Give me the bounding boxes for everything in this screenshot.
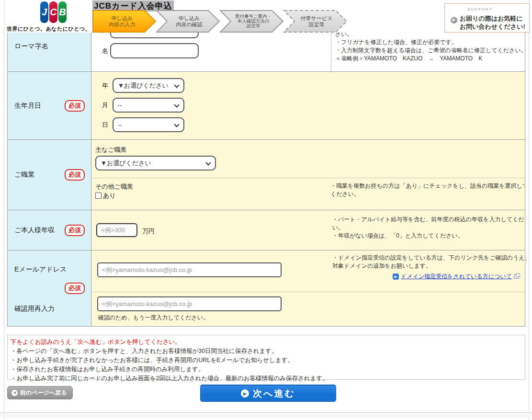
- income-label-cell: ご本人様年収 必須: [8, 210, 91, 250]
- brand-tagline: 世界にひとつ。あなたにひとつ。: [7, 25, 87, 33]
- other-occupation-checkbox-label: あり: [103, 192, 116, 199]
- chevron-down-icon: [174, 122, 179, 127]
- email-content-column: ・ドメイン指定受信の設定をしている方は、下のリンク先をご確認のうえ、 対象ドメイ…: [91, 250, 525, 326]
- next-button[interactable]: ▶ 次へ進む: [200, 385, 336, 402]
- occupation-note-line: ・職業を複数お持ちの方は「あり」にチェックをし、該当の職業を選択して: [330, 182, 525, 190]
- domain-settings-link[interactable]: ドメイン指定受信をされている方について: [401, 272, 512, 281]
- required-badge: 必須: [65, 225, 85, 236]
- back-arrow-icon: ◀: [11, 390, 18, 396]
- email-note-line: ・ドメイン指定受信の設定をしている方は、下のリンク先をご確認のうえ、: [332, 254, 531, 262]
- birthday-label: 生年月日: [14, 102, 41, 110]
- birthday-content-cell: 年 ▼お選びください 月 -- 日 --: [91, 72, 525, 139]
- occupation-label: ご職業: [14, 170, 34, 179]
- page-left-border: [4, 0, 4, 420]
- mei-label: 名: [102, 47, 108, 56]
- required-badge: 必須: [65, 100, 85, 112]
- sei-label: 姓: [102, 33, 108, 34]
- step-2-label-line2: 内容の確認: [176, 22, 202, 27]
- next-button-label: 次へ進む: [253, 387, 295, 400]
- main-occupation-label: 主なご職業: [95, 146, 127, 154]
- link-bullet-icon: ▶: [393, 273, 399, 280]
- income-note-line: い。: [332, 224, 525, 232]
- required-badge: 必須: [65, 283, 85, 294]
- support-box[interactable]: SUPPORT ▶ お困りの際はお気軽に お問い合わせください!: [444, 3, 530, 33]
- notice-heading: 下をよくお読みのうえ「次へ進む」ボタンを押してください。: [11, 338, 522, 347]
- main-occupation-select[interactable]: ▼お選びください: [95, 156, 216, 170]
- row-birthday: 生年月日 必須 年 ▼お選びください 月 -- 日 --: [8, 71, 525, 139]
- income-content-cell: 万円 ・パート・アルバイト給与等を含む、前年度の税込の年収を入力してくださ い。…: [91, 210, 525, 250]
- chevron-down-icon: [205, 160, 211, 165]
- row-income: ご本人様年収 必須 万円 ・パート・アルバイト給与等を含む、前年度の税込の年収を…: [8, 210, 525, 250]
- logo-letter-j: J: [42, 7, 47, 18]
- email-confirm-label: 確認用再入力: [14, 305, 55, 313]
- birthday-label-cell: 生年月日 必須: [8, 72, 91, 139]
- mei-input[interactable]: [110, 43, 199, 58]
- progress-stepper: 申し込み 内容の入力 申し込み 内容の確認 受付番号ご案内・ 本人確認方法の 設…: [92, 10, 347, 33]
- notice-item: ・お申し込み完了前に同じカードのお申し込み画面を2回以上入力された場合、最新のお…: [11, 374, 522, 383]
- birth-year-value: ▼お選びください: [118, 81, 169, 90]
- logo-letter-b: B: [59, 7, 66, 18]
- jcb-logo: J C B: [40, 1, 67, 23]
- support-arrow-icon: ▶: [451, 17, 457, 23]
- chevron-down-icon: [174, 82, 179, 88]
- birth-day-value: --: [118, 121, 122, 128]
- next-arrow-icon: ▶: [241, 389, 249, 397]
- step-3-label-line3: 設定等: [247, 23, 260, 28]
- sei-input[interactable]: [110, 33, 199, 38]
- email-confirm-note-line: 確認のため、もう一度入力してください。: [98, 314, 209, 322]
- external-link-icon: [514, 274, 519, 279]
- romaji-cell-divider: [331, 33, 331, 71]
- step-4-label-line1: 付帯サービス: [300, 15, 333, 21]
- other-occupation-subrow: その他ご職業 あり ・職業を複数お持ちの方は「あり」にチェックをし、該当の職業を…: [91, 178, 525, 210]
- back-button[interactable]: ◀ 前のページへ戻る: [7, 386, 73, 399]
- support-eyebrow: SUPPORT: [467, 7, 493, 11]
- notice-item: ・各ページの「次へ進む」ボタンを押すと、入力されたお客様情報が30日間当社に保存…: [11, 347, 522, 356]
- row-romaji-name: ローマ字名 姓 名 さい。 ・フリガナを修正した場合、修正が必要です。 ・入力制…: [8, 33, 525, 71]
- email-note-line: 対象ドメインの追加をお願いします。: [332, 262, 531, 270]
- support-text-line2: お問い合わせください!: [460, 23, 525, 31]
- other-occupation-checkbox-row: あり: [95, 192, 116, 200]
- income-note-line: ・パート・アルバイト給与等を含む、前年度の税込の年収を入力してくださ: [332, 216, 525, 224]
- email-confirm-subrow: 確認のため、もう一度入力してください。: [91, 292, 525, 326]
- chevron-down-icon: [174, 102, 179, 107]
- romaji-note-line: ・入力制限文字数を超える場合は、ご希望の省略名に修正してください。: [335, 46, 525, 55]
- notice-box: 下をよくお読みのうえ「次へ進む」ボタンを押してください。 ・各ページの「次へ進む…: [7, 335, 525, 380]
- income-unit: 万円: [142, 227, 155, 236]
- email-confirm-input[interactable]: [97, 296, 282, 311]
- income-notes: ・パート・アルバイト給与等を含む、前年度の税込の年収を入力してくださ い。 ・年…: [332, 216, 525, 240]
- occupation-content-cell: 主なご職業 ▼お選びください その他ご職業 あり ・職業を複数お持ちの方は「あり…: [91, 140, 525, 210]
- month-label: 月: [102, 101, 108, 110]
- row-email: Eメールアドレス 必須 確認用再入力 ・ドメイン指定受信の設定をしている方は、下…: [8, 250, 525, 326]
- main-occupation-value: ▼お選びください: [101, 159, 151, 168]
- email-notes: ・ドメイン指定受信の設定をしている方は、下のリンク先をご確認のうえ、 対象ドメイ…: [332, 254, 531, 270]
- income-input[interactable]: [96, 223, 137, 237]
- email-label-cell: Eメールアドレス 必須 確認用再入力: [8, 250, 91, 326]
- birth-year-select[interactable]: ▼お選びください: [113, 78, 184, 93]
- occupation-note-line: ください。: [330, 190, 525, 198]
- birth-month-select[interactable]: --: [113, 98, 184, 113]
- support-text-line1: お困りの際はお気軽に: [460, 14, 523, 23]
- romaji-note-line: ＜省略例＞YAMAMOTO KAZUO → YAMAMOTO K: [335, 55, 525, 63]
- back-button-label: 前のページへ戻る: [20, 389, 67, 397]
- romaji-note-line: ・フリガナを修正した場合、修正が必要です。: [335, 38, 525, 46]
- step-1-label-line1: 申し込み: [112, 15, 133, 21]
- main-occupation-subrow: 主なご職業 ▼お選びください: [91, 140, 525, 178]
- occupation-notes: ・職業を複数お持ちの方は「あり」にチェックをし、該当の職業を選択して ください。: [330, 182, 525, 198]
- other-occupation-label: その他ご職業: [95, 182, 133, 191]
- email-input[interactable]: [97, 262, 282, 277]
- step-1-label-line2: 内容の入力: [109, 22, 135, 27]
- birth-month-value: --: [118, 102, 122, 109]
- domain-link-row: ▶ ドメイン指定受信をされている方について: [393, 272, 519, 281]
- romaji-note-line: さい。: [335, 33, 525, 38]
- required-badge: 必須: [65, 169, 85, 181]
- romaji-notes: さい。 ・フリガナを修正した場合、修正が必要です。 ・入力制限文字数を超える場合…: [335, 33, 525, 63]
- romaji-label: ローマ字名: [14, 42, 48, 51]
- romaji-label-cell: ローマ字名: [8, 33, 91, 71]
- notice-item: ・お申し込み手続きが完了されなかったお客様には、手続き再開用のURLをEメールで…: [11, 356, 522, 365]
- birth-day-select[interactable]: --: [113, 117, 184, 132]
- other-occupation-checkbox[interactable]: [95, 193, 102, 199]
- jcb-logo-stripe-green: B: [58, 1, 67, 23]
- jcb-logo-stripe-blue: J: [40, 1, 48, 23]
- income-label: ご本人様年収: [14, 226, 55, 235]
- notice-item: ・保存されたお客様情報はお申し込み手続きの再開時のみ利用します。: [11, 365, 522, 374]
